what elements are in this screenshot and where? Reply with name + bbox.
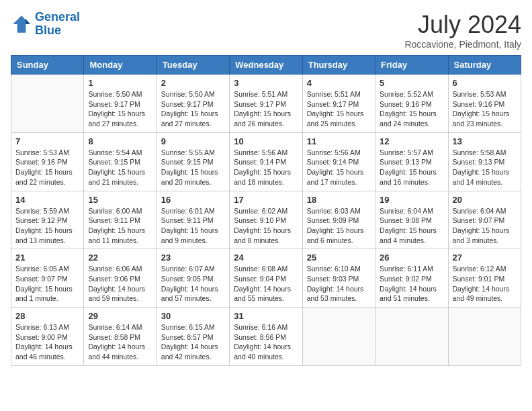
day-info: Sunrise: 5:51 AM Sunset: 9:17 PM Dayligh… [234, 89, 298, 129]
logo-text: General Blue [35, 11, 80, 38]
calendar-cell: 10Sunrise: 5:56 AM Sunset: 9:14 PM Dayli… [230, 132, 302, 191]
calendar-cell: 7Sunrise: 5:53 AM Sunset: 9:16 PM Daylig… [11, 132, 84, 191]
day-number: 27 [453, 253, 517, 263]
calendar-week-row: 1Sunrise: 5:50 AM Sunset: 9:17 PM Daylig… [11, 75, 521, 133]
day-number: 11 [307, 136, 371, 146]
calendar-week-row: 28Sunrise: 6:13 AM Sunset: 9:00 PM Dayli… [11, 308, 521, 366]
day-info: Sunrise: 5:52 AM Sunset: 9:16 PM Dayligh… [380, 89, 443, 129]
calendar-day-header: Friday [375, 56, 448, 75]
day-number: 23 [161, 253, 225, 263]
calendar-week-row: 7Sunrise: 5:53 AM Sunset: 9:16 PM Daylig… [11, 132, 521, 191]
day-info: Sunrise: 6:07 AM Sunset: 9:05 PM Dayligh… [161, 264, 225, 304]
day-info: Sunrise: 5:50 AM Sunset: 9:17 PM Dayligh… [88, 89, 152, 129]
day-number: 9 [161, 136, 225, 146]
calendar-day-header: Monday [84, 56, 157, 75]
day-info: Sunrise: 5:51 AM Sunset: 9:17 PM Dayligh… [307, 89, 371, 129]
calendar-cell: 18Sunrise: 6:03 AM Sunset: 9:09 PM Dayli… [302, 191, 375, 249]
day-number: 6 [453, 78, 517, 88]
day-number: 1 [88, 78, 152, 88]
day-info: Sunrise: 6:13 AM Sunset: 9:00 PM Dayligh… [15, 322, 79, 362]
day-number: 20 [453, 195, 517, 205]
calendar-cell [448, 308, 521, 366]
day-number: 31 [234, 311, 298, 321]
calendar-cell: 3Sunrise: 5:51 AM Sunset: 9:17 PM Daylig… [230, 75, 302, 133]
calendar-header-row: SundayMondayTuesdayWednesdayThursdayFrid… [11, 56, 521, 75]
day-number: 28 [15, 311, 79, 321]
day-info: Sunrise: 6:04 AM Sunset: 9:08 PM Dayligh… [380, 206, 443, 246]
calendar-cell: 21Sunrise: 6:05 AM Sunset: 9:07 PM Dayli… [11, 249, 84, 308]
calendar-cell: 13Sunrise: 5:58 AM Sunset: 9:13 PM Dayli… [448, 132, 521, 191]
calendar-cell [375, 308, 448, 366]
calendar-cell: 14Sunrise: 5:59 AM Sunset: 9:12 PM Dayli… [11, 191, 84, 249]
calendar-cell: 17Sunrise: 6:02 AM Sunset: 9:10 PM Dayli… [230, 191, 302, 249]
day-info: Sunrise: 5:53 AM Sunset: 9:16 PM Dayligh… [15, 148, 79, 187]
day-number: 30 [161, 311, 225, 321]
calendar-cell: 24Sunrise: 6:08 AM Sunset: 9:04 PM Dayli… [230, 249, 302, 308]
day-number: 15 [88, 195, 152, 205]
day-number: 24 [234, 253, 298, 263]
day-info: Sunrise: 6:10 AM Sunset: 9:03 PM Dayligh… [307, 264, 371, 304]
page-header: General Blue July 2024 Roccavione, Piedm… [11, 11, 521, 50]
day-number: 22 [88, 253, 152, 263]
calendar-day-header: Tuesday [157, 56, 229, 75]
day-info: Sunrise: 5:55 AM Sunset: 9:15 PM Dayligh… [161, 148, 225, 187]
calendar-cell: 26Sunrise: 6:11 AM Sunset: 9:02 PM Dayli… [375, 249, 448, 308]
calendar-week-row: 14Sunrise: 5:59 AM Sunset: 9:12 PM Dayli… [11, 191, 521, 249]
day-number: 2 [161, 78, 225, 88]
day-info: Sunrise: 5:57 AM Sunset: 9:13 PM Dayligh… [380, 148, 443, 187]
day-info: Sunrise: 6:12 AM Sunset: 9:01 PM Dayligh… [453, 264, 517, 304]
calendar-cell: 23Sunrise: 6:07 AM Sunset: 9:05 PM Dayli… [157, 249, 229, 308]
calendar-cell: 25Sunrise: 6:10 AM Sunset: 9:03 PM Dayli… [302, 249, 375, 308]
calendar-cell: 1Sunrise: 5:50 AM Sunset: 9:17 PM Daylig… [84, 75, 157, 133]
day-number: 18 [307, 195, 371, 205]
calendar-cell: 12Sunrise: 5:57 AM Sunset: 9:13 PM Dayli… [375, 132, 448, 191]
calendar-cell: 4Sunrise: 5:51 AM Sunset: 9:17 PM Daylig… [302, 75, 375, 133]
calendar-cell: 15Sunrise: 6:00 AM Sunset: 9:11 PM Dayli… [84, 191, 157, 249]
calendar-day-header: Saturday [448, 56, 521, 75]
day-info: Sunrise: 6:15 AM Sunset: 8:57 PM Dayligh… [161, 322, 225, 362]
calendar-cell: 20Sunrise: 6:04 AM Sunset: 9:07 PM Dayli… [448, 191, 521, 249]
calendar: SundayMondayTuesdayWednesdayThursdayFrid… [11, 55, 521, 366]
day-info: Sunrise: 6:04 AM Sunset: 9:07 PM Dayligh… [453, 206, 517, 246]
day-number: 14 [15, 195, 79, 205]
day-info: Sunrise: 6:03 AM Sunset: 9:09 PM Dayligh… [307, 206, 371, 246]
calendar-cell: 29Sunrise: 6:14 AM Sunset: 8:58 PM Dayli… [84, 308, 157, 366]
day-number: 12 [380, 136, 443, 146]
day-info: Sunrise: 5:53 AM Sunset: 9:16 PM Dayligh… [453, 89, 517, 129]
day-info: Sunrise: 5:58 AM Sunset: 9:13 PM Dayligh… [453, 148, 517, 187]
day-number: 29 [88, 311, 152, 321]
day-number: 21 [15, 253, 79, 263]
day-number: 17 [234, 195, 298, 205]
day-number: 7 [15, 136, 79, 146]
day-info: Sunrise: 6:08 AM Sunset: 9:04 PM Dayligh… [234, 264, 298, 304]
calendar-cell: 6Sunrise: 5:53 AM Sunset: 9:16 PM Daylig… [448, 75, 521, 133]
calendar-cell: 22Sunrise: 6:06 AM Sunset: 9:06 PM Dayli… [84, 249, 157, 308]
day-number: 10 [234, 136, 298, 146]
calendar-cell: 2Sunrise: 5:50 AM Sunset: 9:17 PM Daylig… [157, 75, 229, 133]
calendar-week-row: 21Sunrise: 6:05 AM Sunset: 9:07 PM Dayli… [11, 249, 521, 308]
day-info: Sunrise: 5:50 AM Sunset: 9:17 PM Dayligh… [161, 89, 225, 129]
title-area: July 2024 Roccavione, Piedmont, Italy [404, 11, 521, 50]
logo-line2: Blue [35, 24, 61, 37]
calendar-cell: 19Sunrise: 6:04 AM Sunset: 9:08 PM Dayli… [375, 191, 448, 249]
day-info: Sunrise: 5:54 AM Sunset: 9:15 PM Dayligh… [88, 148, 152, 187]
calendar-cell: 30Sunrise: 6:15 AM Sunset: 8:57 PM Dayli… [157, 308, 229, 366]
calendar-cell: 31Sunrise: 6:16 AM Sunset: 8:56 PM Dayli… [230, 308, 302, 366]
day-number: 25 [307, 253, 371, 263]
day-number: 8 [88, 136, 152, 146]
calendar-cell: 8Sunrise: 5:54 AM Sunset: 9:15 PM Daylig… [84, 132, 157, 191]
calendar-cell: 5Sunrise: 5:52 AM Sunset: 9:16 PM Daylig… [375, 75, 448, 133]
calendar-day-header: Wednesday [230, 56, 302, 75]
month-year: July 2024 [404, 11, 521, 39]
day-info: Sunrise: 5:59 AM Sunset: 9:12 PM Dayligh… [15, 206, 79, 246]
day-info: Sunrise: 5:56 AM Sunset: 9:14 PM Dayligh… [307, 148, 371, 187]
calendar-cell: 16Sunrise: 6:01 AM Sunset: 9:11 PM Dayli… [157, 191, 229, 249]
svg-marker-1 [26, 19, 30, 24]
day-info: Sunrise: 6:01 AM Sunset: 9:11 PM Dayligh… [161, 206, 225, 246]
calendar-cell [11, 75, 84, 133]
day-number: 5 [380, 78, 443, 88]
calendar-cell [302, 308, 375, 366]
day-info: Sunrise: 6:16 AM Sunset: 8:56 PM Dayligh… [234, 322, 298, 362]
day-number: 3 [234, 78, 298, 88]
day-number: 19 [380, 195, 443, 205]
